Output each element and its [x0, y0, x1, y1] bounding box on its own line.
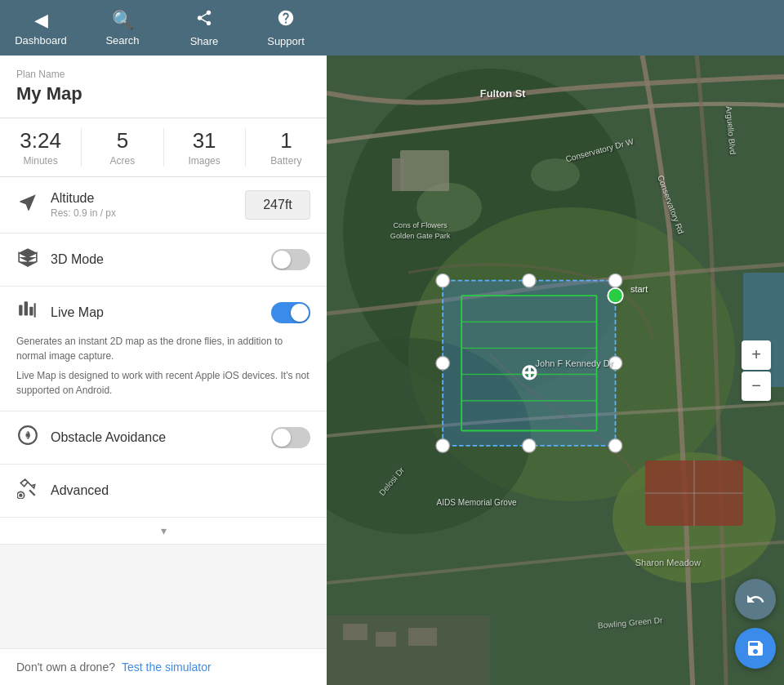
- obstacle-toggle[interactable]: [271, 427, 310, 448]
- top-nav: ◀ Dashboard 🔍 Search Share Support: [0, 0, 784, 56]
- svg-point-38: [608, 439, 622, 453]
- back-arrow-icon: ◀: [34, 10, 48, 31]
- undo-button[interactable]: [735, 579, 776, 620]
- stat-battery: 1 Battery: [246, 128, 327, 167]
- svg-text:Golden Gate Park: Golden Gate Park: [390, 232, 451, 240]
- support-icon: [277, 9, 295, 32]
- altitude-content: Altitude Res: 0.9 in / px: [51, 191, 245, 219]
- live-map-desc1: Generates an instant 2D map as the drone…: [16, 334, 310, 363]
- live-map-toggle[interactable]: [271, 302, 310, 323]
- live-map-icon: [16, 300, 39, 326]
- footer-text: Don't own a drone?: [16, 661, 115, 674]
- stat-time: 3:24 Minutes: [0, 128, 82, 167]
- svg-point-4: [26, 434, 29, 437]
- altitude-sub: Res: 0.9 in / px: [51, 207, 245, 219]
- obstacle-icon: [16, 425, 39, 451]
- svg-point-31: [436, 274, 450, 287]
- live-map-content: Live Map: [51, 305, 271, 320]
- svg-point-39: [608, 288, 622, 303]
- svg-text:AIDS Memorial Grove: AIDS Memorial Grove: [436, 498, 517, 507]
- mode-3d-title: 3D Mode: [51, 252, 271, 267]
- altitude-icon: [16, 192, 39, 218]
- altitude-section: Altitude Res: 0.9 in / px 247ft: [0, 177, 327, 234]
- zoom-in-button[interactable]: +: [742, 340, 771, 370]
- svg-text:Conservatory Dr W: Conservatory Dr W: [564, 137, 635, 164]
- svg-point-32: [523, 274, 537, 287]
- svg-text:Fulton St: Fulton St: [480, 87, 526, 100]
- svg-rect-1: [24, 301, 28, 315]
- footer: Don't own a drone? Test the simulator: [0, 648, 327, 685]
- svg-point-33: [608, 274, 622, 287]
- chevron-down-icon: ▾: [161, 524, 167, 537]
- stat-acres-label: Acres: [110, 155, 136, 167]
- nav-search[interactable]: 🔍 Search: [82, 0, 163, 56]
- zoom-controls: + −: [742, 340, 771, 401]
- save-button[interactable]: [735, 628, 776, 669]
- stat-battery-label: Battery: [270, 155, 301, 167]
- map-area[interactable]: ⊕ Fulton St Conservatory Dr W Conservato…: [327, 56, 784, 685]
- cube-icon: [16, 247, 39, 273]
- live-map-header: Live Map: [16, 300, 310, 326]
- main-area: Plan Name My Map 3:24 Minutes 5 Acres 31…: [0, 56, 784, 685]
- svg-point-5: [19, 494, 22, 497]
- live-map-section: Live Map Generates an instant 2D map as …: [0, 287, 327, 411]
- mode-3d-toggle[interactable]: [271, 249, 310, 270]
- plan-name-section: Plan Name My Map: [0, 56, 327, 118]
- collapse-btn[interactable]: ▾: [0, 518, 327, 545]
- svg-text:John F Kennedy Dr: John F Kennedy Dr: [536, 358, 613, 368]
- mode-3d-content: 3D Mode: [51, 252, 271, 267]
- advanced-title: Advanced: [51, 483, 109, 498]
- stat-images-value: 31: [193, 128, 216, 153]
- obstacle-content: Obstacle Avoidance: [51, 430, 271, 445]
- plan-name-value: My Map: [16, 83, 310, 105]
- stat-images: 31 Images: [164, 128, 246, 167]
- simulator-link[interactable]: Test the simulator: [122, 661, 212, 674]
- stat-images-label: Images: [188, 155, 220, 167]
- share-icon: [195, 9, 213, 32]
- svg-text:Sharon Meadow: Sharon Meadow: [635, 558, 701, 567]
- advanced-section[interactable]: Advanced: [0, 465, 327, 518]
- obstacle-section: Obstacle Avoidance: [0, 411, 327, 465]
- svg-text:Conservatory Rd: Conservatory Rd: [656, 174, 685, 235]
- nav-support[interactable]: Support: [245, 0, 327, 56]
- svg-text:Delosi Dr: Delosi Dr: [377, 465, 407, 497]
- advanced-icon: [16, 478, 39, 504]
- obstacle-title: Obstacle Avoidance: [51, 430, 271, 445]
- svg-point-36: [436, 439, 450, 453]
- svg-text:Cons of Flowers: Cons of Flowers: [393, 221, 448, 229]
- altitude-title: Altitude: [51, 191, 245, 206]
- svg-rect-2: [29, 307, 33, 316]
- live-map-title: Live Map: [51, 305, 271, 320]
- nav-share[interactable]: Share: [163, 0, 245, 56]
- plan-label: Plan Name: [16, 69, 310, 80]
- stat-battery-value: 1: [280, 128, 292, 153]
- search-icon: 🔍: [112, 10, 134, 31]
- stat-acres: 5 Acres: [82, 128, 163, 167]
- map-actions: [735, 579, 776, 669]
- live-map-desc2: Live Map is designed to work with recent…: [16, 368, 310, 398]
- svg-text:Bowling Green Dr: Bowling Green Dr: [597, 616, 663, 630]
- zoom-out-button[interactable]: −: [742, 371, 771, 401]
- svg-rect-0: [19, 305, 22, 316]
- left-panel: Plan Name My Map 3:24 Minutes 5 Acres 31…: [0, 56, 327, 685]
- svg-text:Arguello Blvd: Arguello Blvd: [724, 105, 737, 154]
- svg-text:start: start: [630, 284, 648, 294]
- stat-acres-value: 5: [117, 128, 128, 153]
- svg-point-34: [436, 356, 450, 370]
- stat-time-value: 3:24: [20, 128, 61, 153]
- nav-dashboard[interactable]: ◀ Dashboard: [0, 0, 82, 56]
- altitude-value[interactable]: 247ft: [245, 190, 310, 220]
- stats-section: 3:24 Minutes 5 Acres 31 Images 1 Battery: [0, 118, 327, 177]
- stat-time-label: Minutes: [24, 155, 58, 167]
- mode-3d-section: 3D Mode: [0, 234, 327, 287]
- svg-point-37: [523, 439, 537, 453]
